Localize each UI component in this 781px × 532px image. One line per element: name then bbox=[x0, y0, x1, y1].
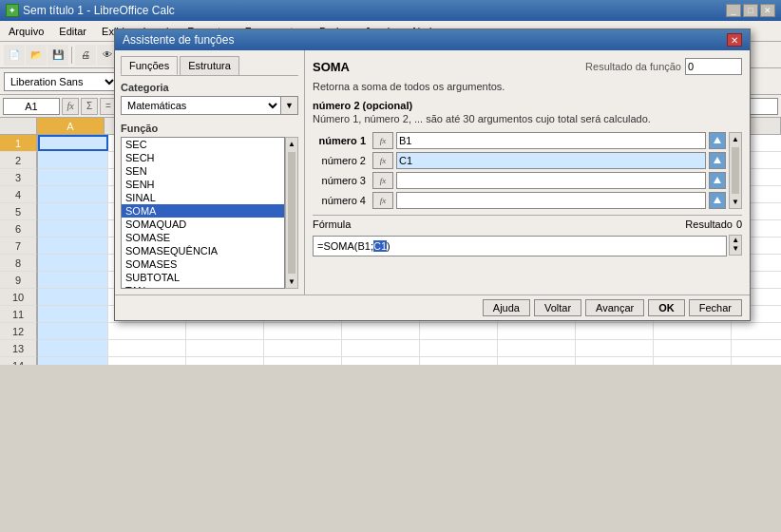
func-sech[interactable]: SECH bbox=[122, 151, 284, 164]
row-num-10[interactable]: 10 bbox=[0, 289, 37, 306]
func-somase[interactable]: SOMASE bbox=[122, 231, 284, 244]
font-select[interactable]: Liberation Sans bbox=[4, 72, 118, 91]
row-num-5[interactable]: 5 bbox=[0, 203, 37, 220]
cell-b12[interactable] bbox=[108, 323, 186, 339]
arg-input-2[interactable] bbox=[396, 152, 706, 169]
row-num-1[interactable]: 1 bbox=[0, 135, 37, 152]
save-button[interactable]: 💾 bbox=[48, 45, 68, 66]
row-num-3[interactable]: 3 bbox=[0, 169, 37, 186]
scroll-up-icon[interactable]: ▲ bbox=[286, 138, 297, 150]
cell-d12[interactable] bbox=[264, 323, 342, 339]
arg-arrow-1[interactable] bbox=[709, 132, 726, 149]
menu-editar[interactable]: Editar bbox=[54, 25, 91, 38]
cell-a10[interactable] bbox=[38, 289, 108, 305]
cell-g12[interactable] bbox=[498, 323, 576, 339]
arg-arrow-4[interactable] bbox=[709, 192, 726, 209]
cell-a2[interactable] bbox=[38, 152, 108, 168]
new-button[interactable]: 📄 bbox=[4, 45, 25, 66]
arg-arrow-3[interactable] bbox=[709, 172, 726, 189]
cell-e12[interactable] bbox=[342, 323, 420, 339]
cell-a5[interactable] bbox=[38, 203, 108, 219]
func-tan[interactable]: TAN bbox=[122, 284, 284, 289]
cell-d13[interactable] bbox=[264, 340, 342, 356]
cell-f12[interactable] bbox=[420, 323, 498, 339]
func-somasequencia[interactable]: SOMASEQUÊNCIA bbox=[122, 244, 284, 257]
cell-c12[interactable] bbox=[186, 323, 264, 339]
sum-icon[interactable]: Σ bbox=[81, 98, 98, 115]
func-somaquad[interactable]: SOMAQUAD bbox=[122, 218, 284, 231]
cell-c13[interactable] bbox=[186, 340, 264, 356]
menu-arquivo[interactable]: Arquivo bbox=[4, 25, 48, 38]
cell-a9[interactable] bbox=[38, 272, 108, 288]
row-num-4[interactable]: 4 bbox=[0, 186, 37, 203]
cell-a11[interactable] bbox=[38, 306, 108, 322]
func-soma[interactable]: SOMA bbox=[122, 204, 284, 218]
formula-scroll-up-icon[interactable]: ▲ bbox=[732, 236, 739, 244]
cell-a13[interactable] bbox=[38, 340, 108, 356]
arg-input-3[interactable] bbox=[396, 172, 706, 189]
title-bar-controls[interactable]: _ □ ✕ bbox=[726, 4, 775, 17]
row-num-14[interactable]: 14 bbox=[0, 357, 37, 365]
cell-a6[interactable] bbox=[38, 220, 108, 237]
row-num-13[interactable]: 13 bbox=[0, 340, 37, 357]
function-list-scrollbar[interactable]: ▲ ▼ bbox=[285, 137, 298, 289]
args-scrollbar[interactable]: ▲ ▼ bbox=[729, 132, 742, 209]
func-senh[interactable]: SENH bbox=[122, 178, 284, 191]
cell-a14[interactable] bbox=[38, 357, 108, 365]
row-num-8[interactable]: 8 bbox=[0, 255, 37, 272]
maximize-button[interactable]: □ bbox=[743, 4, 758, 17]
args-scroll-up-icon[interactable]: ▲ bbox=[730, 133, 741, 145]
arg-arrow-2[interactable] bbox=[709, 152, 726, 169]
row-num-7[interactable]: 7 bbox=[0, 238, 37, 255]
arg-fx-1[interactable]: fx bbox=[372, 132, 393, 149]
arg-input-4[interactable] bbox=[396, 192, 706, 209]
cell-e13[interactable] bbox=[342, 340, 420, 356]
func-sen[interactable]: SEN bbox=[122, 164, 284, 178]
func-subtotal[interactable]: SUBTOTAL bbox=[122, 271, 284, 284]
cell-reference-input[interactable] bbox=[3, 98, 60, 115]
cell-i13[interactable] bbox=[654, 340, 732, 356]
cell-a1[interactable] bbox=[38, 135, 108, 151]
cell-h14[interactable] bbox=[576, 357, 654, 365]
cell-a12[interactable] bbox=[38, 323, 108, 339]
formula-scrollbar[interactable]: ▲ ▼ bbox=[729, 235, 742, 256]
cell-a8[interactable] bbox=[38, 255, 108, 271]
arg-fx-2[interactable]: fx bbox=[372, 152, 393, 169]
arg-input-1[interactable] bbox=[396, 132, 706, 149]
cell-d14[interactable] bbox=[264, 357, 342, 365]
ok-button[interactable]: OK bbox=[648, 299, 685, 316]
scroll-down-icon[interactable]: ▼ bbox=[286, 276, 297, 288]
cell-a7[interactable] bbox=[38, 238, 108, 254]
cell-h12[interactable] bbox=[576, 323, 654, 339]
cell-f13[interactable] bbox=[420, 340, 498, 356]
help-button[interactable]: Ajuda bbox=[483, 299, 530, 316]
row-num-2[interactable]: 2 bbox=[0, 152, 37, 169]
cell-g14[interactable] bbox=[498, 357, 576, 365]
cell-b13[interactable] bbox=[108, 340, 186, 356]
cell-c14[interactable] bbox=[186, 357, 264, 365]
func-somases[interactable]: SOMASES bbox=[122, 257, 284, 271]
cell-b14[interactable] bbox=[108, 357, 186, 365]
cell-h13[interactable] bbox=[576, 340, 654, 356]
print-button[interactable]: 🖨 bbox=[75, 45, 96, 66]
minimize-button[interactable]: _ bbox=[726, 4, 741, 17]
cell-g13[interactable] bbox=[498, 340, 576, 356]
row-num-12[interactable]: 12 bbox=[0, 323, 37, 340]
row-num-11[interactable]: 11 bbox=[0, 306, 37, 323]
func-sinal[interactable]: SINAL bbox=[122, 191, 284, 204]
function-list[interactable]: SEC SECH SEN SENH SINAL SOMA SOMAQUAD SO… bbox=[121, 137, 285, 289]
args-scroll-down-icon[interactable]: ▼ bbox=[730, 196, 741, 208]
row-num-6[interactable]: 6 bbox=[0, 220, 37, 238]
func-sec[interactable]: SEC bbox=[122, 138, 284, 151]
open-button[interactable]: 📂 bbox=[26, 45, 47, 66]
formula-scroll-down-icon[interactable]: ▼ bbox=[732, 244, 739, 253]
function-wizard-icon[interactable]: fx bbox=[62, 98, 79, 115]
cell-i12[interactable] bbox=[654, 323, 732, 339]
cell-f14[interactable] bbox=[420, 357, 498, 365]
back-button[interactable]: Voltar bbox=[534, 299, 581, 316]
next-button[interactable]: Avançar bbox=[585, 299, 644, 316]
cancel-button[interactable]: Fechar bbox=[689, 299, 742, 316]
cell-a3[interactable] bbox=[38, 169, 108, 185]
row-num-9[interactable]: 9 bbox=[0, 272, 37, 289]
col-header-a[interactable]: A bbox=[37, 118, 105, 134]
